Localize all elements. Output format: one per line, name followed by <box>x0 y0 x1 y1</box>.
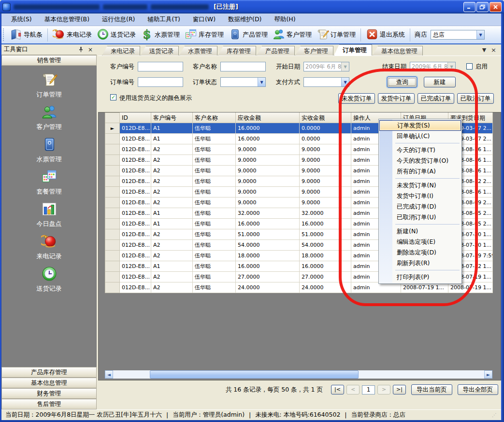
sidebar-item-call-records[interactable]: 来电记录 <box>37 233 62 261</box>
cell-received[interactable]: 24.0000 <box>300 282 351 293</box>
cell-customer-name[interactable]: 伍华聪 <box>193 208 236 219</box>
cell-receivable[interactable]: 16.0000 <box>236 219 300 229</box>
cell-customer-name[interactable]: 伍华聪 <box>193 144 236 155</box>
sidebar-item-orders[interactable]: 订单管理 <box>37 71 62 99</box>
new-button[interactable]: 新建 <box>424 77 456 87</box>
cell-customer-name[interactable]: 伍华聪 <box>193 134 236 144</box>
cell-receivable[interactable]: 9.0000 <box>236 176 300 187</box>
menu-item-todays-shipments[interactable]: 今天的发货订单(O) <box>379 155 461 166</box>
customer-name-input[interactable] <box>220 62 266 71</box>
col-header-customer-no[interactable]: 客户编号 <box>151 113 193 123</box>
delivery-color-checkbox[interactable]: ✓ <box>110 94 116 100</box>
cell-receivable[interactable]: 16.0000 <box>236 123 300 134</box>
cell-received[interactable]: 9.0000 <box>300 187 351 197</box>
cell-id[interactable]: 012D-E8... <box>120 240 151 251</box>
toolbar-delivery-records[interactable]: 送货记录 <box>94 27 138 43</box>
cell-receivable[interactable]: 9.0000 <box>236 144 300 155</box>
chevron-down-icon[interactable]: ▼ <box>258 78 265 86</box>
cell-received[interactable]: 18.0000 <box>300 251 351 261</box>
tab-orders[interactable]: 订单管理 <box>334 44 372 56</box>
sidebar-section-basic-info[interactable]: 基本信息管理 <box>1 378 97 388</box>
cell-received[interactable]: 16.0000 <box>300 261 351 272</box>
filter-cancelled-button[interactable]: 已取消订单 <box>457 93 494 104</box>
sidebar-item-customers[interactable]: 客户管理 <box>37 104 62 131</box>
menu-item-completed-orders[interactable]: 已完成订单(D) <box>379 201 461 212</box>
cell-id[interactable]: 012D-E8... <box>120 282 151 293</box>
cell-id[interactable]: 012D-E8... <box>120 272 151 282</box>
cell-receivable[interactable]: 16.0000 <box>236 134 300 144</box>
cell-customer-name[interactable]: 伍华聪 <box>193 123 236 134</box>
sidebar-section-product-inventory[interactable]: 产品库存管理 <box>1 367 97 378</box>
cell-received[interactable]: 27.0000 <box>300 272 351 282</box>
menu-item-confirm-receipt[interactable]: 回单确认(C) <box>379 131 461 141</box>
cell-customer-name[interactable]: 伍华聪 <box>193 251 236 261</box>
cell-id[interactable]: 012D-E8... <box>120 261 151 272</box>
cell-customer-no[interactable]: A2 <box>151 251 193 261</box>
row-selector-cell[interactable] <box>105 261 120 272</box>
first-page-button[interactable]: |< <box>331 385 344 394</box>
cell-receivable[interactable]: 9.0000 <box>236 187 300 197</box>
cell-receivable[interactable]: 32.0000 <box>236 208 300 219</box>
order-no-input[interactable] <box>138 77 183 87</box>
tab-products[interactable]: 产品管理 <box>257 46 295 56</box>
row-selector-cell[interactable] <box>105 134 120 144</box>
menu-item-ship-order[interactable]: 订单发货(S) <box>379 120 461 131</box>
cell-id[interactable]: 012D-E8... <box>120 134 151 144</box>
cell-customer-no[interactable]: A2 <box>151 229 193 240</box>
row-selector-cell[interactable] <box>105 229 120 240</box>
cell-received[interactable]: 51.0000 <box>300 229 351 240</box>
menu-item-refresh-list[interactable]: 刷新列表(R) <box>379 258 461 268</box>
export-current-page-button[interactable]: 导出当前页 <box>411 384 452 395</box>
cell-received[interactable]: 9.0000 <box>300 176 351 187</box>
resize-grip-icon[interactable]: ⋰ <box>492 412 497 418</box>
order-status-combobox[interactable]: ▼ <box>220 77 266 87</box>
row-selector-cell[interactable] <box>105 155 120 166</box>
cell-received[interactable]: 54.0000 <box>300 240 351 251</box>
customer-no-input[interactable] <box>138 62 183 71</box>
tab-water-tickets[interactable]: 水票管理 <box>179 46 217 56</box>
cell-receivable[interactable]: 9.0000 <box>236 197 300 208</box>
cell-customer-name[interactable]: 伍华聪 <box>193 272 236 282</box>
sidebar-item-daily-stocktake[interactable]: 今日盘点 <box>37 201 62 228</box>
cell-received[interactable]: 9.0000 <box>300 155 351 166</box>
toolbar-inventory[interactable]: 库存管理 <box>182 27 226 43</box>
row-selector-cell[interactable] <box>105 197 120 208</box>
cell-customer-no[interactable]: A2 <box>151 155 193 166</box>
tab-inventory[interactable]: 库存管理 <box>218 46 256 56</box>
tab-list-dropdown-icon[interactable]: ▼ <box>482 47 486 53</box>
cell-customer-no[interactable]: A2 <box>151 187 193 197</box>
menu-item-all-orders[interactable]: 所有的订单(A) <box>379 166 461 177</box>
menu-aux-tools[interactable]: 辅助工具(T) <box>143 14 186 25</box>
cell-receivable[interactable]: 9.0000 <box>236 166 300 176</box>
cell-receivable[interactable]: 9.0000 <box>236 155 300 166</box>
export-all-pages-button[interactable]: 导出全部页 <box>458 384 499 395</box>
last-page-button[interactable]: >| <box>393 385 406 394</box>
toolbar-grip[interactable] <box>3 28 5 41</box>
cell-id[interactable]: 012D-E8... <box>120 208 151 219</box>
toolbar-call-records[interactable]: 来电记录 <box>50 27 94 43</box>
row-selector-cell[interactable]: ► <box>105 123 120 134</box>
row-selector-cell[interactable] <box>105 219 120 229</box>
chevron-down-icon[interactable]: ▼ <box>476 30 484 39</box>
cell-customer-no[interactable]: A1 <box>151 134 193 144</box>
cell-received[interactable]: 32.0000 <box>300 208 351 219</box>
cell-receivable[interactable]: 16.0000 <box>236 261 300 272</box>
cell-customer-name[interactable]: 伍华聪 <box>193 261 236 272</box>
menu-item-edit-selected[interactable]: 编辑选定项(E) <box>379 237 461 247</box>
sidebar-section-after-sales[interactable]: 售后管理 <box>1 399 97 409</box>
row-selector-cell[interactable] <box>105 144 120 155</box>
cell-customer-name[interactable]: 伍华聪 <box>193 176 236 187</box>
sidebar-item-packages[interactable]: 套餐管理 <box>37 169 62 196</box>
tab-call-records[interactable]: 来电记录 <box>102 46 140 56</box>
filter-completed-button[interactable]: 已完成订单 <box>418 93 454 104</box>
col-header-receivable[interactable]: 应收金额 <box>236 113 300 123</box>
toolbar-orders[interactable]: 订单管理 <box>314 27 358 43</box>
close-button[interactable] <box>490 2 502 12</box>
cell-receivable[interactable]: 54.0000 <box>236 240 300 251</box>
scroll-left-icon[interactable]: ◄ <box>105 370 113 379</box>
cell-id[interactable]: 012D-E8... <box>120 251 151 261</box>
minimize-button[interactable] <box>463 2 475 12</box>
query-button[interactable]: 查询 <box>387 77 417 87</box>
toolbar-customers[interactable]: 客户管理 <box>270 27 314 43</box>
close-icon[interactable]: × <box>86 46 94 54</box>
